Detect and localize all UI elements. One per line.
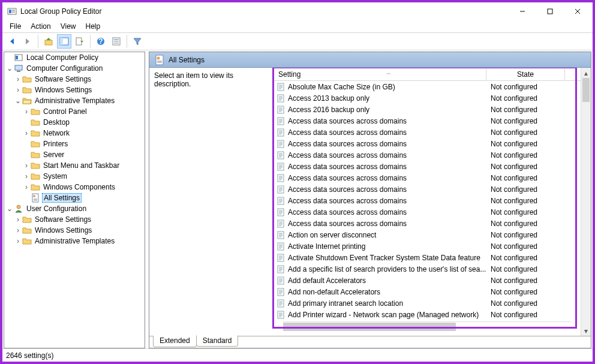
- tree-uc-admin[interactable]: ›Administrative Templates: [4, 236, 145, 246]
- setting-state: Not configured: [488, 174, 566, 182]
- setting-state: Not configured: [488, 311, 566, 319]
- scrollbar-thumb[interactable]: [283, 323, 456, 331]
- content-tabs: Extended Standard: [149, 336, 591, 348]
- setting-state: Not configured: [488, 140, 566, 148]
- splitter[interactable]: [146, 50, 148, 348]
- maximize-button[interactable]: [536, 3, 564, 20]
- tree-cc-windows[interactable]: ›Windows Settings: [4, 85, 145, 95]
- list-item[interactable]: Add default AcceleratorsNot configured: [272, 275, 581, 286]
- tree-user-config[interactable]: ⌄ User Configuration: [4, 203, 145, 214]
- list-item[interactable]: Access data sources across domainsNot co…: [272, 149, 581, 161]
- list-item[interactable]: Access data sources across domainsNot co…: [272, 206, 581, 218]
- list-item[interactable]: Access data sources across domainsNot co…: [272, 195, 581, 206]
- tree-computer-config[interactable]: ⌄ Computer Configuration: [4, 63, 145, 74]
- policy-item-icon: [276, 230, 286, 240]
- scroll-down-icon[interactable]: ▾: [581, 326, 591, 336]
- menu-file[interactable]: File: [5, 21, 26, 32]
- list-item[interactable]: Add non-default AcceleratorsNot configur…: [272, 286, 581, 297]
- folder-icon: [31, 128, 40, 138]
- filter-button[interactable]: [130, 34, 145, 49]
- list-item[interactable]: Access 2013 backup onlyNot configured: [272, 92, 581, 104]
- computer-icon: [14, 64, 23, 73]
- expand-toggle[interactable]: ⌄: [5, 204, 14, 213]
- svg-rect-21: [17, 71, 20, 72]
- list-header: Setting ︿ State: [272, 68, 581, 81]
- horizontal-scrollbar[interactable]: [283, 321, 571, 331]
- policy-item-icon: [276, 162, 286, 172]
- menu-view[interactable]: View: [56, 21, 81, 32]
- app-window: Local Group Policy Editor File Action Vi…: [0, 0, 595, 364]
- export-list-button[interactable]: [73, 34, 87, 49]
- list-item[interactable]: Access data sources across domainsNot co…: [272, 127, 581, 138]
- list-item[interactable]: Add primary intranet search locationNot …: [272, 297, 581, 309]
- expand-toggle[interactable]: ›: [14, 75, 22, 83]
- show-hide-tree-button[interactable]: [57, 34, 71, 49]
- list-item[interactable]: Add a specific list of search providers …: [272, 263, 581, 275]
- setting-state: Not configured: [488, 231, 566, 239]
- expand-toggle[interactable]: ›: [22, 107, 31, 116]
- properties-button[interactable]: [109, 34, 124, 49]
- help-button[interactable]: ?: [94, 34, 108, 49]
- tree-root[interactable]: ▸ Local Computer Policy: [4, 52, 145, 63]
- expand-toggle[interactable]: ⌄: [5, 64, 14, 73]
- tree-cc-software[interactable]: ›Software Settings: [4, 74, 145, 85]
- column-header-state[interactable]: State: [486, 70, 564, 79]
- tab-extended[interactable]: Extended: [153, 336, 197, 347]
- tree-cc-desktop[interactable]: ›Desktop: [4, 117, 145, 128]
- setting-state: Not configured: [488, 106, 566, 114]
- scroll-up-icon[interactable]: ▴: [581, 68, 591, 78]
- menu-help[interactable]: Help: [81, 21, 106, 32]
- tree-cc-admin[interactable]: ⌄Administrative Templates: [4, 95, 145, 106]
- user-icon: [14, 204, 23, 213]
- tree-cc-system[interactable]: ›System: [4, 171, 145, 182]
- minimize-button[interactable]: [509, 3, 536, 20]
- menu-action[interactable]: Action: [26, 21, 55, 32]
- expand-toggle[interactable]: ›: [14, 226, 22, 234]
- scrollbar-thumb[interactable]: [582, 78, 590, 102]
- tree-uc-software[interactable]: ›Software Settings: [4, 214, 145, 225]
- svg-text:?: ?: [98, 37, 103, 46]
- tree-cc-controlpanel[interactable]: ›Control Panel: [4, 106, 145, 117]
- list-item[interactable]: Access data sources across domainsNot co…: [272, 218, 581, 229]
- expand-toggle[interactable]: ›: [22, 129, 31, 137]
- list-item[interactable]: Action on server disconnectNot configure…: [272, 229, 581, 240]
- up-button[interactable]: [41, 34, 56, 49]
- list-item[interactable]: Access 2016 backup onlyNot configured: [272, 104, 581, 115]
- expand-toggle[interactable]: ›: [22, 172, 31, 181]
- list-rows[interactable]: Absolute Max Cache Size (in GB)Not confi…: [272, 81, 581, 321]
- list-item[interactable]: Access data sources across domainsNot co…: [272, 183, 581, 195]
- tree-cc-wincomp[interactable]: ›Windows Components: [4, 182, 145, 192]
- policy-item-icon: [276, 253, 286, 263]
- list-item[interactable]: Activate Internet printingNot configured: [272, 240, 581, 252]
- list-item[interactable]: Access data sources across domainsNot co…: [272, 161, 581, 172]
- expand-toggle[interactable]: ›: [22, 183, 31, 191]
- expand-toggle[interactable]: ›: [14, 215, 22, 224]
- forward-button[interactable]: [20, 34, 35, 49]
- policy-item-icon: [276, 310, 286, 320]
- list-item[interactable]: Access data sources across domainsNot co…: [272, 138, 581, 149]
- tree-uc-windows[interactable]: ›Windows Settings: [4, 225, 145, 236]
- back-button[interactable]: [5, 34, 19, 49]
- tree-cc-allsettings[interactable]: ›All Settings: [4, 192, 145, 203]
- policy-item-icon: [276, 299, 286, 308]
- list-item[interactable]: Absolute Max Cache Size (in GB)Not confi…: [272, 81, 581, 92]
- tree-cc-network[interactable]: ›Network: [4, 128, 145, 139]
- list-item[interactable]: Add Printer wizard - Network scan page (…: [272, 309, 581, 320]
- tree-cc-start[interactable]: ›Start Menu and Taskbar: [4, 160, 145, 171]
- tree-pane[interactable]: ▸ Local Computer Policy ⌄ Computer Confi…: [4, 52, 145, 348]
- column-header-setting[interactable]: Setting: [276, 70, 486, 79]
- list-item[interactable]: Activate Shutdown Event Tracker System S…: [272, 252, 581, 263]
- expand-toggle[interactable]: ›: [14, 86, 22, 94]
- list-item[interactable]: Access data sources across domainsNot co…: [272, 172, 581, 183]
- expand-toggle[interactable]: ⌄: [14, 97, 22, 105]
- tree-cc-printers[interactable]: ›Printers: [4, 139, 145, 149]
- expand-toggle[interactable]: ›: [14, 237, 22, 245]
- close-button[interactable]: [564, 3, 591, 20]
- list-item[interactable]: Access data sources across domainsNot co…: [272, 115, 581, 127]
- tab-standard[interactable]: Standard: [196, 335, 239, 347]
- expand-toggle[interactable]: ›: [22, 161, 31, 170]
- tree-cc-server[interactable]: ›Server: [4, 149, 145, 160]
- policy-item-icon: [276, 207, 286, 217]
- folder-icon: [22, 225, 32, 235]
- vertical-scrollbar[interactable]: ▴ ▾: [581, 68, 591, 336]
